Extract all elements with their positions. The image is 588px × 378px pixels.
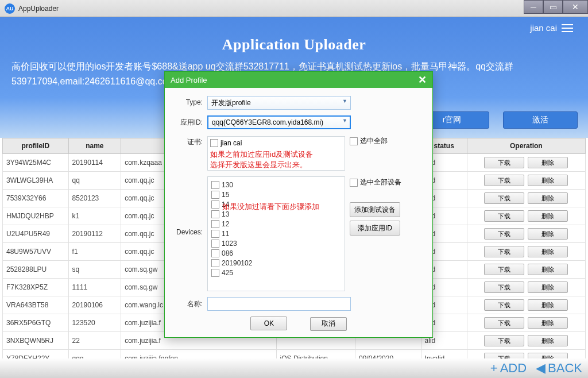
device-item[interactable]: 12 (211, 220, 341, 228)
download-button[interactable]: 下载 (484, 228, 524, 240)
cell-name: 22 (68, 332, 121, 350)
cert-listbox[interactable]: jian cai 如果之前加过应用id及测试设备 选择开发版这里会显示出来。 (207, 136, 345, 171)
device-checkbox[interactable] (211, 230, 219, 238)
cell-type: iOS Distribution (276, 350, 355, 359)
th-name[interactable]: name (68, 138, 121, 154)
download-button[interactable]: 下载 (484, 317, 524, 329)
device-label: 13 (222, 210, 229, 218)
device-item[interactable]: 086 (211, 249, 341, 257)
title-bar: AU AppUploader ─ ▭ ✕ (0, 0, 588, 17)
cell-profileid: 36RX5P6GTQ (3, 314, 69, 332)
cert-checkbox[interactable] (210, 139, 218, 147)
th-profileid[interactable]: profileID (3, 138, 69, 154)
device-label: 15 (222, 191, 229, 199)
delete-button[interactable]: 删除 (528, 192, 568, 204)
cell-profileid: 3Y94W25M4C (3, 154, 69, 172)
device-checkbox[interactable] (211, 269, 219, 277)
download-button[interactable]: 下载 (484, 335, 524, 346)
close-button[interactable]: ✕ (563, 0, 588, 14)
device-item[interactable]: 11 (211, 230, 341, 238)
app-window: AU AppUploader ─ ▭ ✕ jian cai Applicatio… (0, 0, 588, 378)
cell-name: f1 (68, 243, 121, 261)
table-row[interactable]: Y78DFXH22Yqqqcom.juzijia.fenfeniOS Distr… (3, 350, 586, 359)
label-devices: Devices: (175, 176, 207, 236)
delete-button[interactable]: 删除 (528, 335, 568, 346)
device-item[interactable]: 20190102 (211, 259, 341, 267)
cell-profileid: U2U4PU5R49 (3, 225, 69, 243)
device-checkbox[interactable] (211, 210, 219, 218)
device-label: 086 (222, 249, 233, 257)
device-checkbox[interactable] (211, 200, 219, 209)
delete-button[interactable]: 删除 (528, 228, 568, 240)
device-checkbox[interactable] (211, 259, 219, 267)
name-input[interactable] (207, 297, 351, 311)
download-button[interactable]: 下载 (484, 246, 524, 257)
device-checkbox[interactable] (211, 240, 219, 248)
minimize-button[interactable]: ─ (524, 0, 543, 14)
add-link[interactable]: + ADD (490, 361, 527, 376)
maximize-button[interactable]: ▭ (543, 0, 563, 14)
device-item[interactable]: 425 (211, 269, 341, 277)
cell-name: 20190106 (68, 296, 121, 314)
cell-appid: com.juzijia.fenfen (121, 350, 276, 359)
delete-button[interactable]: 删除 (528, 281, 568, 293)
cell-profileid: 3NXBQWN5RJ (3, 332, 69, 350)
device-item[interactable]: 13 (211, 210, 341, 218)
content-area: jian cai Application Uploader 高价回收可以使用的i… (0, 17, 588, 378)
cell-profileid: 2528288LPU (3, 261, 69, 279)
add-test-device-button[interactable]: 添加测试设备 (350, 202, 400, 217)
device-item[interactable]: 130 (211, 181, 341, 189)
download-button[interactable]: 下载 (484, 353, 524, 358)
label-type: Type: (175, 96, 207, 106)
device-checkbox[interactable] (211, 249, 219, 257)
cancel-button[interactable]: 取消 (310, 317, 347, 331)
download-button[interactable]: 下载 (484, 299, 524, 311)
type-select[interactable] (207, 96, 351, 110)
delete-button[interactable]: 删除 (528, 264, 568, 275)
menu-icon[interactable] (562, 24, 573, 32)
close-icon[interactable]: ✕ (418, 74, 427, 86)
device-item[interactable]: 14 (211, 200, 341, 209)
add-appid-button[interactable]: 添加应用ID (350, 221, 400, 236)
ok-button[interactable]: OK (250, 317, 287, 330)
label-name: 名称: (175, 297, 207, 309)
cell-profileid: 7539X32Y66 (3, 190, 69, 207)
cell-status: Invalid (421, 350, 467, 359)
delete-button[interactable]: 删除 (528, 246, 568, 257)
download-button[interactable]: 下载 (484, 210, 524, 222)
download-button[interactable]: 下载 (484, 281, 524, 293)
cell-name: sq (68, 261, 121, 279)
select-all-devices-checkbox[interactable] (350, 179, 358, 187)
delete-button[interactable]: 删除 (528, 157, 568, 168)
appid-select[interactable] (207, 115, 351, 129)
download-button[interactable]: 下载 (484, 157, 524, 168)
cell-name: 20190114 (68, 154, 121, 172)
back-link[interactable]: ◀ BACK (536, 361, 582, 376)
device-checkbox[interactable] (211, 181, 219, 189)
cert-note-line2: 选择开发版这里会显示出来。 (210, 160, 342, 170)
plus-icon: + (490, 361, 498, 376)
download-button[interactable]: 下载 (484, 175, 524, 186)
th-operation[interactable]: Operation (467, 138, 585, 154)
download-button[interactable]: 下载 (484, 264, 524, 275)
arrow-left-icon: ◀ (536, 361, 546, 376)
cert-note-line1: 如果之前加过应用id及测试设备 (210, 149, 342, 160)
modal-title: Add Profile (171, 76, 207, 84)
select-all-cert-checkbox[interactable] (350, 137, 358, 145)
delete-button[interactable]: 删除 (528, 210, 568, 222)
devices-listbox[interactable]: 如果没加过请看下面步骤添加 13015141312111023086201901… (207, 176, 345, 291)
delete-button[interactable]: 删除 (528, 175, 568, 186)
device-item[interactable]: 1023 (211, 240, 341, 248)
delete-button[interactable]: 删除 (528, 353, 568, 358)
activate-button[interactable]: 激活 (503, 111, 578, 129)
cell-profileid: Y78DFXH22Y (3, 350, 69, 359)
device-label: 20190102 (222, 259, 252, 267)
delete-button[interactable]: 删除 (528, 299, 568, 311)
device-checkbox[interactable] (211, 220, 219, 228)
delete-button[interactable]: 删除 (528, 317, 568, 329)
device-label: 12 (222, 220, 229, 228)
device-checkbox[interactable] (211, 191, 219, 199)
device-item[interactable]: 15 (211, 191, 341, 199)
download-button[interactable]: 下载 (484, 192, 524, 204)
select-all-devices-label: 选中全部设备 (360, 178, 401, 187)
